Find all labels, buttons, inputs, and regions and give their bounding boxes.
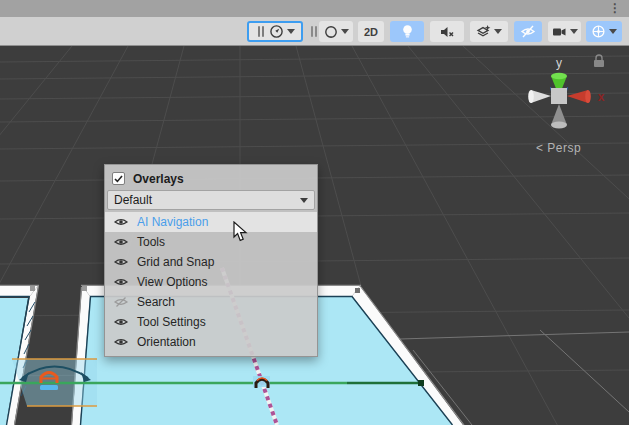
gizmo-x-axis[interactable] — [567, 90, 591, 103]
draw-mode-button[interactable] — [319, 21, 353, 42]
gizmo-neg-y-axis[interactable] — [551, 104, 567, 128]
chevron-down-icon — [287, 29, 295, 34]
gizmo-neg-x-axis[interactable] — [528, 90, 551, 103]
overlay-item-search[interactable]: Search — [105, 292, 317, 312]
2d-label: 2D — [364, 26, 378, 38]
unity-scene-view: ⋮ 2D — [0, 0, 629, 425]
orientation-gizmo: y x — [518, 49, 618, 141]
overlay-item-label: Grid and Snap — [137, 255, 214, 269]
eye-icon[interactable] — [114, 257, 128, 267]
overlay-item-label: AI Navigation — [137, 215, 208, 229]
overlay-preset-value: Default — [114, 193, 152, 207]
scene-toolbar: 2D — [0, 17, 629, 46]
camera-icon — [552, 26, 567, 38]
gizmos-button[interactable] — [586, 21, 622, 42]
projection-mode-label[interactable]: < Persp — [536, 141, 581, 155]
overlay-item-label: Orientation — [137, 335, 196, 349]
overlay-item-view-options[interactable]: View Options — [105, 272, 317, 292]
overlay-preset-dropdown[interactable]: Default — [107, 190, 315, 210]
overflow-menu-icon[interactable]: ⋮ — [609, 1, 621, 16]
overlays-menu: Overlays Default AI Navigation Tools — [104, 164, 318, 357]
overlay-item-label: Tool Settings — [137, 315, 206, 329]
lightbulb-icon — [401, 24, 414, 39]
overlay-item-ai-navigation[interactable]: AI Navigation — [105, 212, 317, 232]
overlay-item-grid-and-snap[interactable]: Grid and Snap — [105, 252, 317, 272]
overlay-item-label: Search — [137, 295, 175, 309]
overlay-item-orientation[interactable]: Orientation — [105, 332, 317, 352]
chevron-down-icon — [570, 29, 578, 34]
speaker-muted-icon — [439, 25, 455, 39]
eye-icon[interactable] — [114, 217, 128, 227]
chevron-down-icon — [300, 198, 308, 203]
drag-handle-icon[interactable] — [258, 26, 264, 37]
gizmo-center-cube[interactable] — [551, 88, 567, 104]
chevron-down-icon[interactable] — [609, 29, 617, 34]
scene-lighting-button[interactable] — [390, 21, 424, 42]
effects-button[interactable] — [470, 21, 508, 42]
effects-layers-icon — [476, 24, 491, 39]
chevron-down-icon — [341, 29, 349, 34]
eye-slash-icon[interactable] — [114, 297, 128, 307]
2d-toggle-button[interactable]: 2D — [358, 21, 384, 42]
eye-icon[interactable] — [114, 317, 128, 327]
overlays-checkbox[interactable] — [112, 172, 125, 185]
tab-strip: ⋮ — [0, 0, 629, 17]
shading-sphere-icon — [324, 25, 338, 39]
gizmo-globe-icon — [591, 24, 606, 39]
gizmo-x-label: x — [598, 90, 605, 104]
scene-visibility-button[interactable] — [514, 21, 542, 42]
audio-mute-button[interactable] — [430, 21, 464, 42]
navmesh-link-icon-small[interactable] — [253, 376, 270, 388]
eye-icon[interactable] — [114, 277, 128, 287]
eye-icon[interactable] — [114, 337, 128, 347]
overlays-menu-title: Overlays — [133, 172, 184, 186]
chevron-down-icon — [494, 29, 502, 34]
overlay-item-label: View Options — [137, 275, 207, 289]
checkmark-icon — [114, 175, 123, 183]
overlay-item-label: Tools — [137, 235, 165, 249]
overlays-toolbar-button[interactable] — [247, 21, 303, 42]
eye-icon[interactable] — [114, 237, 128, 247]
eye-slash-icon — [520, 25, 536, 38]
lock-icon[interactable] — [594, 55, 604, 67]
gizmo-y-label: y — [556, 56, 562, 70]
overlays-menu-header: Overlays — [105, 168, 317, 189]
drag-handle-icon[interactable] — [311, 26, 317, 37]
camera-settings-button[interactable] — [548, 21, 581, 42]
overlay-item-tools[interactable]: Tools — [105, 232, 317, 252]
compass-icon — [269, 24, 284, 39]
overlay-item-tool-settings[interactable]: Tool Settings — [105, 312, 317, 332]
